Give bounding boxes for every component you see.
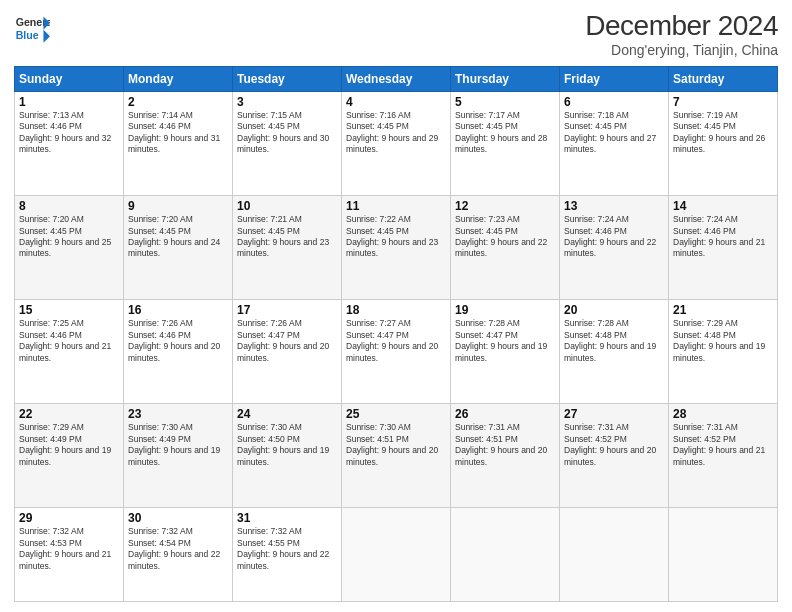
day-info: Sunrise: 7:19 AMSunset: 4:45 PMDaylight:… (673, 110, 773, 156)
day-info: Sunrise: 7:25 AMSunset: 4:46 PMDaylight:… (19, 318, 119, 364)
table-row: 30Sunrise: 7:32 AMSunset: 4:54 PMDayligh… (124, 508, 233, 602)
day-number: 3 (237, 95, 337, 109)
day-number: 7 (673, 95, 773, 109)
day-number: 6 (564, 95, 664, 109)
table-row: 24Sunrise: 7:30 AMSunset: 4:50 PMDayligh… (233, 404, 342, 508)
day-info: Sunrise: 7:18 AMSunset: 4:45 PMDaylight:… (564, 110, 664, 156)
day-info: Sunrise: 7:28 AMSunset: 4:47 PMDaylight:… (455, 318, 555, 364)
table-row: 17Sunrise: 7:26 AMSunset: 4:47 PMDayligh… (233, 300, 342, 404)
table-row: 11Sunrise: 7:22 AMSunset: 4:45 PMDayligh… (342, 196, 451, 300)
day-number: 17 (237, 303, 337, 317)
day-number: 14 (673, 199, 773, 213)
day-number: 30 (128, 511, 228, 525)
col-monday: Monday (124, 67, 233, 92)
table-row (560, 508, 669, 602)
table-row: 14Sunrise: 7:24 AMSunset: 4:46 PMDayligh… (669, 196, 778, 300)
day-number: 18 (346, 303, 446, 317)
header: General Blue December 2024 Dong'erying, … (14, 10, 778, 58)
col-tuesday: Tuesday (233, 67, 342, 92)
table-row: 6Sunrise: 7:18 AMSunset: 4:45 PMDaylight… (560, 92, 669, 196)
table-row: 2Sunrise: 7:14 AMSunset: 4:46 PMDaylight… (124, 92, 233, 196)
day-number: 5 (455, 95, 555, 109)
table-row: 15Sunrise: 7:25 AMSunset: 4:46 PMDayligh… (15, 300, 124, 404)
day-info: Sunrise: 7:23 AMSunset: 4:45 PMDaylight:… (455, 214, 555, 260)
general-blue-logo-icon: General Blue (14, 10, 50, 46)
day-number: 28 (673, 407, 773, 421)
table-row: 21Sunrise: 7:29 AMSunset: 4:48 PMDayligh… (669, 300, 778, 404)
day-number: 15 (19, 303, 119, 317)
day-info: Sunrise: 7:24 AMSunset: 4:46 PMDaylight:… (564, 214, 664, 260)
table-row: 20Sunrise: 7:28 AMSunset: 4:48 PMDayligh… (560, 300, 669, 404)
table-row: 16Sunrise: 7:26 AMSunset: 4:46 PMDayligh… (124, 300, 233, 404)
day-number: 16 (128, 303, 228, 317)
table-row: 10Sunrise: 7:21 AMSunset: 4:45 PMDayligh… (233, 196, 342, 300)
day-number: 1 (19, 95, 119, 109)
table-row: 23Sunrise: 7:30 AMSunset: 4:49 PMDayligh… (124, 404, 233, 508)
table-row: 18Sunrise: 7:27 AMSunset: 4:47 PMDayligh… (342, 300, 451, 404)
title-block: December 2024 Dong'erying, Tianjin, Chin… (585, 10, 778, 58)
day-number: 24 (237, 407, 337, 421)
day-info: Sunrise: 7:16 AMSunset: 4:45 PMDaylight:… (346, 110, 446, 156)
col-wednesday: Wednesday (342, 67, 451, 92)
day-number: 19 (455, 303, 555, 317)
day-info: Sunrise: 7:26 AMSunset: 4:47 PMDaylight:… (237, 318, 337, 364)
day-number: 22 (19, 407, 119, 421)
day-info: Sunrise: 7:31 AMSunset: 4:51 PMDaylight:… (455, 422, 555, 468)
day-info: Sunrise: 7:13 AMSunset: 4:46 PMDaylight:… (19, 110, 119, 156)
day-info: Sunrise: 7:24 AMSunset: 4:46 PMDaylight:… (673, 214, 773, 260)
col-friday: Friday (560, 67, 669, 92)
calendar-table: Sunday Monday Tuesday Wednesday Thursday… (14, 66, 778, 602)
table-row: 7Sunrise: 7:19 AMSunset: 4:45 PMDaylight… (669, 92, 778, 196)
col-sunday: Sunday (15, 67, 124, 92)
table-row: 19Sunrise: 7:28 AMSunset: 4:47 PMDayligh… (451, 300, 560, 404)
day-number: 20 (564, 303, 664, 317)
table-row: 9Sunrise: 7:20 AMSunset: 4:45 PMDaylight… (124, 196, 233, 300)
day-number: 27 (564, 407, 664, 421)
day-info: Sunrise: 7:28 AMSunset: 4:48 PMDaylight:… (564, 318, 664, 364)
table-row: 12Sunrise: 7:23 AMSunset: 4:45 PMDayligh… (451, 196, 560, 300)
day-number: 9 (128, 199, 228, 213)
day-number: 26 (455, 407, 555, 421)
day-info: Sunrise: 7:31 AMSunset: 4:52 PMDaylight:… (673, 422, 773, 468)
day-number: 29 (19, 511, 119, 525)
col-thursday: Thursday (451, 67, 560, 92)
day-info: Sunrise: 7:32 AMSunset: 4:54 PMDaylight:… (128, 526, 228, 572)
day-info: Sunrise: 7:30 AMSunset: 4:49 PMDaylight:… (128, 422, 228, 468)
day-number: 23 (128, 407, 228, 421)
day-number: 4 (346, 95, 446, 109)
table-row (669, 508, 778, 602)
table-row: 28Sunrise: 7:31 AMSunset: 4:52 PMDayligh… (669, 404, 778, 508)
main-title: December 2024 (585, 10, 778, 42)
subtitle: Dong'erying, Tianjin, China (585, 42, 778, 58)
day-info: Sunrise: 7:30 AMSunset: 4:51 PMDaylight:… (346, 422, 446, 468)
day-info: Sunrise: 7:21 AMSunset: 4:45 PMDaylight:… (237, 214, 337, 260)
table-row: 1Sunrise: 7:13 AMSunset: 4:46 PMDaylight… (15, 92, 124, 196)
day-number: 10 (237, 199, 337, 213)
table-row: 3Sunrise: 7:15 AMSunset: 4:45 PMDaylight… (233, 92, 342, 196)
weekday-header-row: Sunday Monday Tuesday Wednesday Thursday… (15, 67, 778, 92)
day-info: Sunrise: 7:14 AMSunset: 4:46 PMDaylight:… (128, 110, 228, 156)
table-row: 22Sunrise: 7:29 AMSunset: 4:49 PMDayligh… (15, 404, 124, 508)
day-number: 2 (128, 95, 228, 109)
table-row: 26Sunrise: 7:31 AMSunset: 4:51 PMDayligh… (451, 404, 560, 508)
table-row: 25Sunrise: 7:30 AMSunset: 4:51 PMDayligh… (342, 404, 451, 508)
day-number: 21 (673, 303, 773, 317)
table-row (342, 508, 451, 602)
table-row: 27Sunrise: 7:31 AMSunset: 4:52 PMDayligh… (560, 404, 669, 508)
table-row: 5Sunrise: 7:17 AMSunset: 4:45 PMDaylight… (451, 92, 560, 196)
day-info: Sunrise: 7:22 AMSunset: 4:45 PMDaylight:… (346, 214, 446, 260)
day-info: Sunrise: 7:20 AMSunset: 4:45 PMDaylight:… (19, 214, 119, 260)
day-info: Sunrise: 7:31 AMSunset: 4:52 PMDaylight:… (564, 422, 664, 468)
day-info: Sunrise: 7:27 AMSunset: 4:47 PMDaylight:… (346, 318, 446, 364)
day-info: Sunrise: 7:32 AMSunset: 4:55 PMDaylight:… (237, 526, 337, 572)
day-info: Sunrise: 7:20 AMSunset: 4:45 PMDaylight:… (128, 214, 228, 260)
day-info: Sunrise: 7:26 AMSunset: 4:46 PMDaylight:… (128, 318, 228, 364)
day-info: Sunrise: 7:15 AMSunset: 4:45 PMDaylight:… (237, 110, 337, 156)
day-number: 8 (19, 199, 119, 213)
table-row: 8Sunrise: 7:20 AMSunset: 4:45 PMDaylight… (15, 196, 124, 300)
col-saturday: Saturday (669, 67, 778, 92)
table-row: 4Sunrise: 7:16 AMSunset: 4:45 PMDaylight… (342, 92, 451, 196)
day-number: 13 (564, 199, 664, 213)
table-row: 29Sunrise: 7:32 AMSunset: 4:53 PMDayligh… (15, 508, 124, 602)
svg-text:Blue: Blue (16, 29, 39, 41)
